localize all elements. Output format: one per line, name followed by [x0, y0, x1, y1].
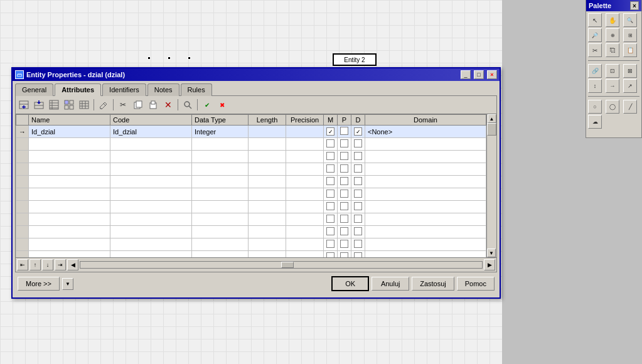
checkbox-m[interactable]: [326, 139, 334, 147]
row-name[interactable]: [29, 226, 110, 238]
copy-button[interactable]: [131, 98, 145, 112]
row-name[interactable]: [29, 251, 110, 259]
entity-box[interactable]: Entity 2: [333, 53, 377, 66]
horizontal-scroll-thumb[interactable]: [281, 262, 294, 268]
checkbox-p[interactable]: [340, 190, 348, 198]
palette-circle-tool[interactable]: ○: [588, 100, 602, 114]
row-checkbox-p[interactable]: [338, 151, 351, 163]
row-checkbox-p[interactable]: [338, 126, 351, 138]
row-name[interactable]: [29, 188, 110, 201]
row-name[interactable]: [29, 163, 110, 176]
row-checkbox-d[interactable]: [351, 151, 365, 163]
row-data_type[interactable]: Integer: [192, 126, 249, 138]
palette-zoom-in-tool[interactable]: 🔍: [623, 13, 637, 27]
row-length[interactable]: [249, 188, 286, 201]
tab-identifiers[interactable]: Identifiers: [102, 83, 146, 96]
checkbox-p[interactable]: [340, 215, 348, 223]
row-checkbox-d[interactable]: [351, 238, 365, 251]
table-row[interactable]: [16, 151, 486, 163]
row-checkbox-m[interactable]: [324, 213, 338, 226]
row-precision[interactable]: [286, 163, 324, 176]
checkbox-m[interactable]: [326, 227, 334, 235]
row-domain[interactable]: [365, 163, 486, 176]
cancel-button[interactable]: Anuluj: [372, 277, 409, 291]
apply-button[interactable]: Zastosuj: [412, 277, 454, 291]
checkbox-d[interactable]: [354, 190, 362, 198]
row-checkbox-m[interactable]: [324, 138, 338, 151]
tab-general[interactable]: General: [15, 83, 53, 96]
table-row[interactable]: [16, 201, 486, 213]
checkbox-p[interactable]: [340, 252, 348, 258]
row-precision[interactable]: [286, 126, 324, 138]
checkbox-m[interactable]: [326, 190, 334, 198]
row-data_type[interactable]: [192, 226, 249, 238]
vertical-scrollbar[interactable]: ▲ ▼: [486, 114, 496, 257]
row-domain[interactable]: [365, 251, 486, 259]
list-view-button[interactable]: [77, 98, 91, 112]
cut-button[interactable]: ✂: [116, 98, 130, 112]
row-name[interactable]: [29, 176, 110, 188]
row-data_type[interactable]: [192, 201, 249, 213]
palette-zoom-fit-tool[interactable]: ⊞: [623, 28, 637, 42]
row-code[interactable]: [110, 251, 192, 259]
row-code[interactable]: [110, 201, 192, 213]
row-domain[interactable]: [365, 238, 486, 251]
scroll-down-button[interactable]: ▼: [487, 249, 496, 257]
close-button[interactable]: ×: [487, 70, 497, 79]
checkbox-m[interactable]: [326, 202, 334, 210]
help-button[interactable]: Pomoc: [457, 277, 495, 291]
row-length[interactable]: [249, 138, 286, 151]
row-precision[interactable]: [286, 188, 324, 201]
row-data_type[interactable]: [192, 151, 249, 163]
palette-arrow-tool[interactable]: →: [606, 79, 619, 93]
checkbox-m[interactable]: [326, 252, 334, 258]
table-row[interactable]: [16, 138, 486, 151]
more-dropdown-button[interactable]: ▼: [62, 278, 73, 290]
row-code[interactable]: [110, 163, 192, 176]
checkbox-m[interactable]: [326, 127, 334, 136]
checkbox-p[interactable]: [340, 227, 348, 235]
row-checkbox-d[interactable]: [351, 226, 365, 238]
row-name[interactable]: Id_dzial: [29, 126, 110, 138]
minimize-button[interactable]: _: [461, 70, 471, 79]
checkbox-d[interactable]: [354, 215, 362, 223]
row-domain[interactable]: [365, 138, 486, 151]
tab-notes[interactable]: Notes: [147, 83, 179, 96]
row-domain[interactable]: [365, 151, 486, 163]
row-length[interactable]: [249, 163, 286, 176]
row-checkbox-p[interactable]: [338, 201, 351, 213]
table-view-button[interactable]: [47, 98, 61, 112]
checkbox-d[interactable]: [354, 127, 362, 136]
tab-attributes[interactable]: Attributes: [55, 83, 101, 96]
palette-cut-tool[interactable]: ✂: [588, 43, 602, 57]
row-length[interactable]: [249, 251, 286, 259]
row-domain[interactable]: [365, 201, 486, 213]
row-precision[interactable]: [286, 238, 324, 251]
row-data_type[interactable]: [192, 188, 249, 201]
checkbox-p[interactable]: [340, 127, 348, 135]
checkbox-d[interactable]: [354, 227, 362, 235]
row-precision[interactable]: [286, 213, 324, 226]
row-checkbox-m[interactable]: [324, 126, 338, 138]
row-domain[interactable]: <None>: [365, 126, 486, 138]
row-name[interactable]: [29, 201, 110, 213]
prev-record-button[interactable]: ↑: [29, 259, 41, 270]
checkbox-m[interactable]: [326, 164, 334, 173]
edit-button[interactable]: [97, 98, 110, 112]
row-checkbox-m[interactable]: [324, 201, 338, 213]
last-record-button[interactable]: ⇥: [55, 259, 66, 270]
row-checkbox-p[interactable]: [338, 176, 351, 188]
checkbox-m[interactable]: [326, 152, 334, 160]
row-checkbox-m[interactable]: [324, 176, 338, 188]
palette-oval-tool[interactable]: ◯: [606, 100, 619, 114]
row-data_type[interactable]: [192, 138, 249, 151]
palette-entity-tool[interactable]: 🔗: [588, 64, 602, 78]
row-length[interactable]: [249, 176, 286, 188]
palette-depend-tool[interactable]: ↗: [623, 79, 637, 93]
table-row[interactable]: [16, 251, 486, 259]
row-precision[interactable]: [286, 151, 324, 163]
row-checkbox-d[interactable]: [351, 213, 365, 226]
row-checkbox-m[interactable]: [324, 188, 338, 201]
palette-zoom-area-tool[interactable]: ⊕: [606, 28, 619, 42]
row-name[interactable]: [29, 138, 110, 151]
